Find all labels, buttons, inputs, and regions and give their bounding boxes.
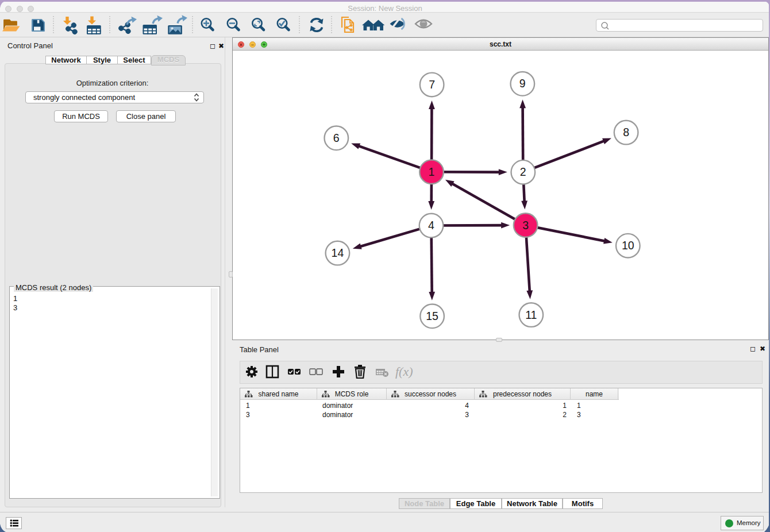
svg-text:14: 14 — [332, 246, 344, 259]
svg-text:7: 7 — [429, 78, 435, 91]
svg-text:6: 6 — [333, 132, 340, 144]
svg-text:15: 15 — [426, 310, 438, 322]
svg-text:3: 3 — [522, 219, 529, 232]
svg-text:10: 10 — [622, 239, 634, 252]
svg-text:11: 11 — [525, 309, 537, 321]
svg-text:4: 4 — [428, 219, 434, 232]
svg-text:f(x): f(x) — [395, 364, 413, 379]
svg-text:1: 1 — [429, 165, 435, 178]
svg-text:2: 2 — [520, 165, 526, 178]
svg-text:8: 8 — [623, 126, 629, 138]
svg-text:9: 9 — [519, 77, 526, 90]
